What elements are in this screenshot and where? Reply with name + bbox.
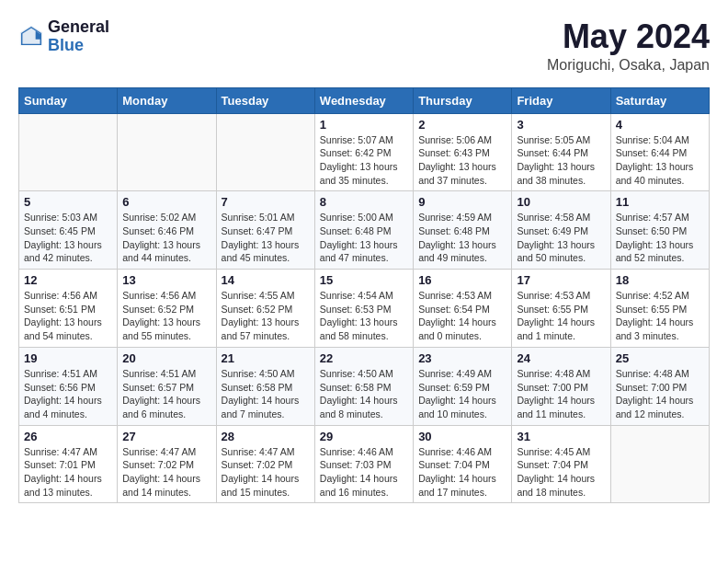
day-number: 10 — [517, 195, 605, 209]
calendar-week-row: 5Sunrise: 5:03 AM Sunset: 6:45 PM Daylig… — [19, 191, 710, 270]
calendar-cell: 30Sunrise: 4:46 AM Sunset: 7:04 PM Dayli… — [414, 425, 512, 503]
calendar-cell: 31Sunrise: 4:45 AM Sunset: 7:04 PM Dayli… — [512, 425, 610, 503]
calendar-cell — [216, 113, 314, 191]
calendar-cell: 29Sunrise: 4:46 AM Sunset: 7:03 PM Dayli… — [314, 425, 413, 503]
day-of-week-header: Friday — [512, 87, 610, 113]
location: Moriguchi, Osaka, Japan — [547, 57, 710, 74]
day-number: 26 — [24, 430, 112, 443]
calendar-week-row: 12Sunrise: 4:56 AM Sunset: 6:51 PM Dayli… — [19, 270, 710, 348]
calendar-cell: 21Sunrise: 4:50 AM Sunset: 6:58 PM Dayli… — [216, 347, 314, 425]
calendar-cell: 19Sunrise: 4:51 AM Sunset: 6:56 PM Dayli… — [19, 347, 118, 425]
calendar-cell: 6Sunrise: 5:02 AM Sunset: 6:46 PM Daylig… — [118, 191, 216, 270]
day-number: 27 — [122, 430, 210, 443]
day-number: 8 — [320, 195, 408, 209]
day-info: Sunrise: 5:03 AM Sunset: 6:45 PM Dayligh… — [24, 211, 112, 265]
calendar-cell: 20Sunrise: 4:51 AM Sunset: 6:57 PM Dayli… — [118, 347, 216, 425]
day-info: Sunrise: 4:50 AM Sunset: 6:58 PM Dayligh… — [320, 367, 408, 421]
day-info: Sunrise: 4:51 AM Sunset: 6:56 PM Dayligh… — [24, 367, 112, 421]
calendar-cell: 17Sunrise: 4:53 AM Sunset: 6:55 PM Dayli… — [512, 270, 610, 348]
day-info: Sunrise: 4:51 AM Sunset: 6:57 PM Dayligh… — [122, 367, 210, 421]
day-info: Sunrise: 4:45 AM Sunset: 7:04 PM Dayligh… — [517, 445, 605, 500]
day-info: Sunrise: 4:47 AM Sunset: 7:02 PM Dayligh… — [122, 445, 210, 500]
day-number: 1 — [320, 118, 408, 132]
calendar-cell: 15Sunrise: 4:54 AM Sunset: 6:53 PM Dayli… — [314, 270, 413, 348]
calendar-week-row: 1Sunrise: 5:07 AM Sunset: 6:42 PM Daylig… — [19, 113, 710, 191]
calendar-header-row: SundayMondayTuesdayWednesdayThursdayFrid… — [19, 87, 710, 113]
day-number: 13 — [122, 273, 210, 287]
calendar-cell: 7Sunrise: 5:01 AM Sunset: 6:47 PM Daylig… — [216, 191, 314, 270]
day-info: Sunrise: 5:06 AM Sunset: 6:43 PM Dayligh… — [418, 133, 506, 188]
day-number: 5 — [24, 195, 112, 209]
calendar-cell — [118, 113, 216, 191]
day-info: Sunrise: 4:59 AM Sunset: 6:48 PM Dayligh… — [418, 211, 506, 265]
day-info: Sunrise: 5:02 AM Sunset: 6:46 PM Dayligh… — [122, 211, 210, 265]
calendar-cell: 22Sunrise: 4:50 AM Sunset: 6:58 PM Dayli… — [314, 347, 413, 425]
day-number: 21 — [222, 351, 310, 365]
day-info: Sunrise: 5:01 AM Sunset: 6:47 PM Dayligh… — [222, 211, 310, 265]
day-number: 6 — [122, 195, 210, 209]
day-info: Sunrise: 4:49 AM Sunset: 6:59 PM Dayligh… — [418, 367, 506, 421]
day-number: 30 — [418, 430, 506, 443]
calendar-cell: 1Sunrise: 5:07 AM Sunset: 6:42 PM Daylig… — [314, 113, 413, 191]
calendar-cell: 28Sunrise: 4:47 AM Sunset: 7:02 PM Dayli… — [216, 425, 314, 503]
day-number: 25 — [616, 351, 704, 365]
day-number: 12 — [24, 273, 112, 287]
day-info: Sunrise: 5:05 AM Sunset: 6:44 PM Dayligh… — [517, 133, 605, 188]
day-info: Sunrise: 4:50 AM Sunset: 6:58 PM Dayligh… — [222, 367, 310, 421]
day-number: 9 — [418, 195, 506, 209]
logo-general-text: General — [48, 18, 109, 37]
day-number: 24 — [517, 351, 605, 365]
calendar-cell: 24Sunrise: 4:48 AM Sunset: 7:00 PM Dayli… — [512, 347, 610, 425]
calendar-cell: 5Sunrise: 5:03 AM Sunset: 6:45 PM Daylig… — [19, 191, 118, 270]
calendar-cell: 12Sunrise: 4:56 AM Sunset: 6:51 PM Dayli… — [19, 270, 118, 348]
day-number: 15 — [320, 273, 408, 287]
day-number: 18 — [616, 273, 704, 287]
day-number: 2 — [418, 118, 506, 132]
day-info: Sunrise: 4:52 AM Sunset: 6:55 PM Dayligh… — [616, 289, 704, 343]
day-number: 31 — [517, 430, 605, 443]
calendar-cell: 9Sunrise: 4:59 AM Sunset: 6:48 PM Daylig… — [414, 191, 512, 270]
logo-text: General Blue — [48, 18, 109, 55]
day-info: Sunrise: 4:46 AM Sunset: 7:03 PM Dayligh… — [320, 445, 408, 500]
calendar-cell: 23Sunrise: 4:49 AM Sunset: 6:59 PM Dayli… — [414, 347, 512, 425]
calendar-cell: 13Sunrise: 4:56 AM Sunset: 6:52 PM Dayli… — [118, 270, 216, 348]
day-info: Sunrise: 4:46 AM Sunset: 7:04 PM Dayligh… — [418, 445, 506, 500]
calendar-cell: 14Sunrise: 4:55 AM Sunset: 6:52 PM Dayli… — [216, 270, 314, 348]
calendar-cell: 27Sunrise: 4:47 AM Sunset: 7:02 PM Dayli… — [118, 425, 216, 503]
day-info: Sunrise: 4:48 AM Sunset: 7:00 PM Dayligh… — [616, 367, 704, 421]
calendar-table: SundayMondayTuesdayWednesdayThursdayFrid… — [18, 87, 710, 504]
day-number: 20 — [122, 351, 210, 365]
day-info: Sunrise: 4:56 AM Sunset: 6:51 PM Dayligh… — [24, 289, 112, 343]
calendar-cell: 4Sunrise: 5:04 AM Sunset: 6:44 PM Daylig… — [610, 113, 709, 191]
calendar-cell — [610, 425, 709, 503]
day-of-week-header: Wednesday — [314, 87, 413, 113]
day-number: 11 — [616, 195, 704, 209]
calendar-cell: 16Sunrise: 4:53 AM Sunset: 6:54 PM Dayli… — [414, 270, 512, 348]
day-info: Sunrise: 4:55 AM Sunset: 6:52 PM Dayligh… — [222, 289, 310, 343]
logo-blue-text: Blue — [48, 37, 109, 55]
day-number: 29 — [320, 430, 408, 443]
title-section: May 2024 Moriguchi, Osaka, Japan — [547, 18, 710, 74]
day-info: Sunrise: 4:53 AM Sunset: 6:54 PM Dayligh… — [418, 289, 506, 343]
day-info: Sunrise: 4:57 AM Sunset: 6:50 PM Dayligh… — [616, 211, 704, 265]
day-of-week-header: Sunday — [19, 87, 118, 113]
day-info: Sunrise: 4:53 AM Sunset: 6:55 PM Dayligh… — [517, 289, 605, 343]
calendar-cell: 25Sunrise: 4:48 AM Sunset: 7:00 PM Dayli… — [610, 347, 709, 425]
day-number: 3 — [517, 118, 605, 132]
day-info: Sunrise: 4:54 AM Sunset: 6:53 PM Dayligh… — [320, 289, 408, 343]
calendar-week-row: 26Sunrise: 4:47 AM Sunset: 7:01 PM Dayli… — [19, 425, 710, 503]
day-number: 16 — [418, 273, 506, 287]
day-number: 19 — [24, 351, 112, 365]
day-info: Sunrise: 4:47 AM Sunset: 7:01 PM Dayligh… — [24, 445, 112, 500]
calendar-cell: 10Sunrise: 4:58 AM Sunset: 6:49 PM Dayli… — [512, 191, 610, 270]
logo-icon — [18, 24, 44, 50]
day-info: Sunrise: 4:48 AM Sunset: 7:00 PM Dayligh… — [517, 367, 605, 421]
day-number: 28 — [222, 430, 310, 443]
calendar-week-row: 19Sunrise: 4:51 AM Sunset: 6:56 PM Dayli… — [19, 347, 710, 425]
day-info: Sunrise: 4:58 AM Sunset: 6:49 PM Dayligh… — [517, 211, 605, 265]
calendar-cell: 11Sunrise: 4:57 AM Sunset: 6:50 PM Dayli… — [610, 191, 709, 270]
day-info: Sunrise: 5:04 AM Sunset: 6:44 PM Dayligh… — [616, 133, 704, 188]
calendar-cell: 18Sunrise: 4:52 AM Sunset: 6:55 PM Dayli… — [610, 270, 709, 348]
day-info: Sunrise: 5:07 AM Sunset: 6:42 PM Dayligh… — [320, 133, 408, 188]
month-title: May 2024 — [547, 18, 710, 55]
